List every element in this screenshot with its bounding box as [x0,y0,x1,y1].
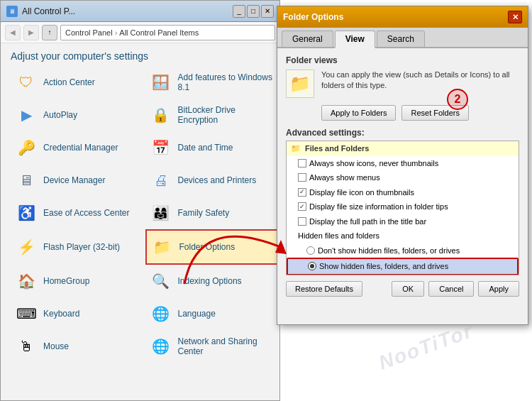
hidden-files-parent: Hidden files and folders [287,229,519,243]
folder-icon: 📁 [151,236,174,258]
restore-defaults-button[interactable]: Restore Defaults [286,281,362,297]
cp-item-family[interactable]: 👨‍👩‍👧 Family Safety [145,197,280,229]
cp-window-icon: 🖥 [6,6,18,17]
devices-label: Devices and Printers [178,175,257,185]
cp-item-mouse[interactable]: 🖱 Mouse [11,330,145,363]
tab-search[interactable]: Search [377,31,425,47]
mouse-icon: 🖱 [15,335,38,358]
keyboard-label: Keyboard [43,309,79,319]
ok-button[interactable]: OK [392,281,424,297]
device-label: Device Manager [43,175,105,185]
folder-views-section: 📁 You can apply the view (such as Detail… [286,70,519,98]
cp-item-credential[interactable]: 🔑 Credential Manager [11,131,145,164]
tree-hide-empty[interactable]: Hide empty drives [287,275,519,276]
files-and-folders-parent: 📁 Files and Folders [287,141,519,156]
radio-dont-show[interactable] [306,246,315,255]
date-label: Date and Time [178,143,233,153]
cp-item-indexing[interactable]: 🔍 Indexing Options [145,265,280,297]
checkbox-always-icons[interactable] [298,159,306,167]
cp-title: All Control P... [22,6,233,16]
cp-item-date[interactable]: 📅 Date and Time [145,131,280,164]
devices-icon: 🖨 [150,169,172,192]
language-icon: 🌐 [150,302,172,325]
cp-item-devices[interactable]: 🖨 Devices and Printers [145,164,280,197]
mouse-label: Mouse [43,341,69,351]
fo-bottom-buttons: Restore Defaults OK Cancel Apply [286,281,519,297]
flash-label: Flash Player (32-bit) [43,242,120,252]
autoplay-label: AutoPlay [43,110,77,120]
cp-navbar: ◀ ▶ ↑ Control Panel › All Control Panel … [1,22,279,43]
cp-item-action-center[interactable]: 🛡 Action Center [11,66,145,99]
cp-content: 🛡 Action Center 🪟 Add features to Window… [1,66,279,401]
add-features-label: Add features to Windows 8.1 [178,72,276,93]
forward-button[interactable]: ▶ [23,25,39,40]
apply-button[interactable]: Apply [478,281,519,297]
control-panel-window: 🖥 All Control P... _ □ ✕ ◀ ▶ ↑ Control P… [0,0,280,401]
cp-item-network[interactable]: 🌐 Network and Sharing Center [145,330,280,363]
cp-item-folder[interactable]: 📁 Folder Options [145,229,280,265]
minimize-button[interactable]: _ [233,5,245,18]
action-center-label: Action Center [43,77,95,87]
bitlocker-label: BitLocker Drive Encryption [178,105,276,126]
indexing-label: Indexing Options [178,276,242,286]
tree-always-icons[interactable]: Always show icons, never thumbnails [287,156,519,171]
advanced-settings-label: Advanced settings: [286,128,519,138]
ease-icon: ♿ [15,202,38,224]
folder-icon-preview: 📁 [286,70,314,98]
fo-titlebar: Folder Options ✕ [277,6,528,28]
tree-display-icon[interactable]: Display file icon on thumbnails [287,185,519,200]
watermark: NooTiTor [376,319,476,375]
cp-titlebar: 🖥 All Control P... _ □ ✕ [1,1,279,22]
cp-item-bitlocker[interactable]: 🔒 BitLocker Drive Encryption [145,99,280,131]
checkbox-display-path[interactable] [298,217,306,226]
cp-window-controls[interactable]: _ □ ✕ [233,5,274,18]
tree-display-size[interactable]: Display file size information in folder … [287,199,519,214]
cp-header: Adjust your computer's settings [1,43,279,66]
folder-views-desc: You can apply the view (such as Details … [321,70,519,92]
apply-to-folders-button[interactable]: Apply to Folders [321,105,396,121]
folder-label: Folder Options [179,242,235,252]
fo-treelist[interactable]: 📁 Files and Folders Always show icons, n… [286,141,519,275]
breadcrumb: Control Panel › All Control Panel Items [60,25,275,40]
close-button[interactable]: ✕ [261,5,274,18]
homegroup-icon: 🏠 [15,270,38,292]
family-icon: 👨‍👩‍👧 [150,202,172,224]
ease-label: Ease of Access Center [43,208,129,218]
checkbox-display-icon[interactable] [298,188,306,197]
tree-show-hidden[interactable]: Show hidden files, folders, and drives [287,258,519,275]
up-button[interactable]: ↑ [42,25,57,40]
folder-options-dialog: Folder Options ✕ General View Search Fol… [277,6,528,325]
add-features-icon: 🪟 [150,71,172,94]
maximize-button[interactable]: □ [247,5,260,18]
tree-always-menus[interactable]: Always show menus [287,170,519,185]
breadcrumb-all[interactable]: All Control Panel Items [119,28,199,37]
bitlocker-icon: 🔒 [150,104,172,126]
tab-general[interactable]: General [282,31,333,47]
network-icon: 🌐 [150,335,172,358]
flash-icon: ⚡ [15,236,38,258]
checkbox-always-menus[interactable] [298,173,306,182]
radio-show-hidden[interactable] [308,262,316,270]
credential-icon: 🔑 [15,136,38,159]
cp-item-homegroup[interactable]: 🏠 HomeGroup [11,265,145,297]
cp-item-add-features[interactable]: 🪟 Add features to Windows 8.1 [145,66,280,99]
tab-view[interactable]: View [335,31,375,48]
fo-view-buttons: Apply to Folders Reset Folders [321,105,519,121]
date-icon: 📅 [150,136,172,159]
tree-dont-show[interactable]: Don't show hidden files, folders, or dri… [287,243,519,258]
cp-item-language[interactable]: 🌐 Language [145,297,280,330]
cancel-button[interactable]: Cancel [428,281,474,297]
fo-close-button[interactable]: ✕ [508,11,522,23]
credential-label: Credential Manager [43,143,118,153]
cp-item-device[interactable]: 🖥 Device Manager [11,164,145,197]
back-button[interactable]: ◀ [5,25,21,40]
fo-title: Folder Options [283,12,508,22]
cp-item-ease[interactable]: ♿ Ease of Access Center [11,197,145,229]
action-center-icon: 🛡 [15,71,38,94]
cp-item-flash[interactable]: ⚡ Flash Player (32-bit) [11,229,145,265]
tree-display-path[interactable]: Display the full path in the title bar [287,214,519,229]
cp-item-keyboard[interactable]: ⌨ Keyboard [11,297,145,330]
cp-item-autoplay[interactable]: ▶ AutoPlay [11,99,145,131]
checkbox-display-size[interactable] [298,202,306,211]
breadcrumb-cp[interactable]: Control Panel [65,28,113,37]
